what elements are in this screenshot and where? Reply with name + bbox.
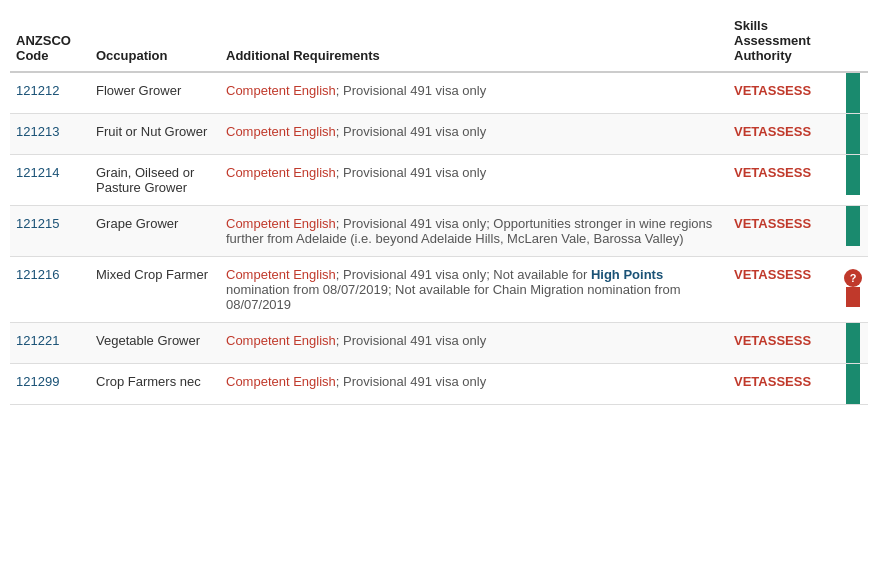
table-row: 121221Vegetable GrowerCompetent English;… (10, 323, 868, 364)
table-row: 121212Flower GrowerCompetent English; Pr… (10, 72, 868, 114)
status-indicator (838, 364, 868, 405)
header-occupation: Occupation (90, 10, 220, 72)
occupation-name: Grain, Oilseed or Pasture Grower (90, 155, 220, 206)
authority-name: VETASSESS (728, 257, 838, 323)
header-authority: Skills Assessment Authority (728, 10, 838, 72)
authority-name: VETASSESS (728, 155, 838, 206)
occupation-name: Vegetable Grower (90, 323, 220, 364)
anzsco-code: 121216 (10, 257, 90, 323)
occupation-name: Crop Farmers nec (90, 364, 220, 405)
header-anzsco: ANZSCO Code (10, 10, 90, 72)
additional-requirements: Competent English; Provisional 491 visa … (220, 155, 728, 206)
info-badge[interactable]: ? (844, 269, 862, 287)
status-indicator[interactable]: ? (838, 257, 868, 323)
additional-requirements: Competent English; Provisional 491 visa … (220, 72, 728, 114)
additional-requirements: Competent English; Provisional 491 visa … (220, 323, 728, 364)
additional-requirements: Competent English; Provisional 491 visa … (220, 257, 728, 323)
anzsco-code: 121221 (10, 323, 90, 364)
additional-requirements: Competent English; Provisional 491 visa … (220, 364, 728, 405)
occupation-name: Grape Grower (90, 206, 220, 257)
status-indicator (838, 114, 868, 155)
anzsco-code: 121214 (10, 155, 90, 206)
authority-name: VETASSESS (728, 364, 838, 405)
table-row: 121299Crop Farmers necCompetent English;… (10, 364, 868, 405)
occupation-name: Mixed Crop Farmer (90, 257, 220, 323)
anzsco-code: 121299 (10, 364, 90, 405)
additional-requirements: Competent English; Provisional 491 visa … (220, 206, 728, 257)
status-indicator (838, 323, 868, 364)
occupation-name: Flower Grower (90, 72, 220, 114)
table-row: 121216Mixed Crop FarmerCompetent English… (10, 257, 868, 323)
authority-name: VETASSESS (728, 323, 838, 364)
anzsco-code: 121213 (10, 114, 90, 155)
table-row: 121215Grape GrowerCompetent English; Pro… (10, 206, 868, 257)
header-indicator (838, 10, 868, 72)
additional-requirements: Competent English; Provisional 491 visa … (220, 114, 728, 155)
header-requirements: Additional Requirements (220, 10, 728, 72)
status-indicator (838, 206, 868, 257)
anzsco-code: 121212 (10, 72, 90, 114)
occupation-table: ANZSCO Code Occupation Additional Requir… (10, 10, 868, 405)
authority-name: VETASSESS (728, 206, 838, 257)
authority-name: VETASSESS (728, 114, 838, 155)
table-row: 121214Grain, Oilseed or Pasture GrowerCo… (10, 155, 868, 206)
status-indicator (838, 155, 868, 206)
anzsco-code: 121215 (10, 206, 90, 257)
table-row: 121213Fruit or Nut GrowerCompetent Engli… (10, 114, 868, 155)
occupation-name: Fruit or Nut Grower (90, 114, 220, 155)
status-indicator (838, 72, 868, 114)
authority-name: VETASSESS (728, 72, 838, 114)
